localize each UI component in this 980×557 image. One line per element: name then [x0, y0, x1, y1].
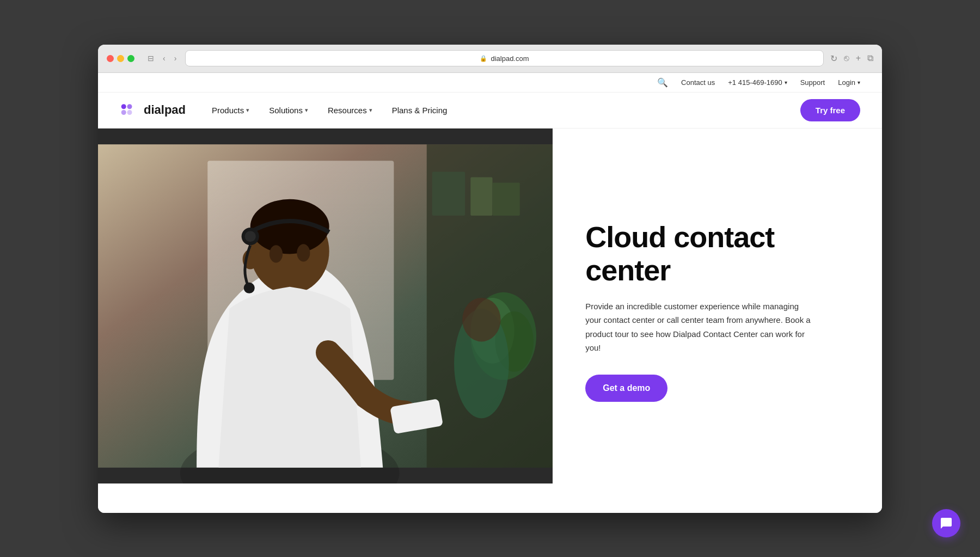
phone-chevron-icon: ▾: [785, 79, 787, 85]
support-link[interactable]: Support: [800, 78, 825, 87]
chat-icon: [940, 517, 953, 530]
hero-description: Provide an incredible customer experienc…: [585, 299, 814, 355]
logo-area[interactable]: dialpad: [120, 102, 186, 118]
contact-us-link[interactable]: Contact us: [681, 78, 715, 87]
nav-plans-pricing[interactable]: Plans & Pricing: [383, 101, 456, 119]
svg-point-17: [270, 245, 283, 262]
back-icon[interactable]: ‹: [161, 52, 168, 65]
svg-point-21: [245, 231, 256, 242]
main-nav: dialpad Products ▾ Solutions ▾ Resources…: [98, 93, 882, 128]
phone-number-link[interactable]: +1 415-469-1690 ▾: [728, 78, 787, 87]
login-chevron-icon: ▾: [857, 79, 860, 85]
svg-point-0: [121, 104, 126, 109]
browser-controls: ⊟ ‹ ›: [145, 52, 179, 65]
products-chevron-icon: ▾: [246, 107, 249, 114]
lock-icon: 🔒: [480, 55, 487, 62]
svg-point-2: [121, 110, 126, 115]
browser-titlebar: ⊟ ‹ › 🔒 dialpad.com ↻ ⎋ + ⧉: [98, 45, 882, 73]
hero-image-area: [98, 128, 553, 483]
svg-rect-7: [432, 172, 465, 216]
svg-point-18: [297, 244, 310, 261]
hero-section: Cloud contact center Provide an incredib…: [98, 128, 882, 483]
search-icon[interactable]: 🔍: [657, 77, 668, 88]
login-link[interactable]: Login ▾: [838, 78, 860, 87]
chat-widget-button[interactable]: [932, 509, 960, 537]
try-free-button[interactable]: Try free: [800, 99, 860, 121]
hero-image: [98, 128, 553, 483]
close-button[interactable]: [107, 55, 114, 62]
maximize-button[interactable]: [127, 55, 134, 62]
svg-point-3: [127, 110, 132, 115]
nav-products[interactable]: Products ▾: [203, 101, 258, 119]
utility-bar: 🔍 Contact us +1 415-469-1690 ▾ Support L…: [98, 73, 882, 93]
new-tab-icon[interactable]: +: [856, 53, 861, 64]
logo-text: dialpad: [144, 103, 186, 117]
traffic-lights: [107, 55, 134, 62]
refresh-icon[interactable]: ↻: [830, 53, 837, 64]
forward-icon[interactable]: ›: [172, 52, 179, 65]
svg-point-22: [244, 282, 255, 293]
url-text: dialpad.com: [491, 54, 529, 63]
sidebar-toggle-icon[interactable]: ⊟: [145, 52, 156, 65]
website-content: 🔍 Contact us +1 415-469-1690 ▾ Support L…: [98, 73, 882, 513]
hero-content: Cloud contact center Provide an incredib…: [553, 128, 882, 483]
solutions-chevron-icon: ▾: [305, 107, 308, 114]
get-demo-button[interactable]: Get a demo: [585, 375, 667, 402]
nav-solutions[interactable]: Solutions ▾: [260, 101, 317, 119]
nav-resources[interactable]: Resources ▾: [319, 101, 381, 119]
browser-window: ⊟ ‹ › 🔒 dialpad.com ↻ ⎋ + ⧉ 🔍 Contact us…: [98, 45, 882, 513]
address-bar[interactable]: 🔒 dialpad.com: [185, 50, 823, 66]
dialpad-logo-icon: [120, 102, 139, 118]
share-icon[interactable]: ⎋: [844, 53, 849, 64]
browser-actions: ↻ ⎋ + ⧉: [830, 53, 873, 64]
svg-rect-8: [470, 177, 492, 215]
svg-rect-9: [493, 182, 520, 215]
resources-chevron-icon: ▾: [369, 107, 372, 114]
hero-title: Cloud contact center: [585, 221, 849, 286]
svg-point-1: [127, 104, 132, 109]
tabs-icon[interactable]: ⧉: [867, 53, 873, 64]
nav-items: Products ▾ Solutions ▾ Resources ▾ Plans…: [203, 101, 796, 119]
svg-point-25: [462, 297, 500, 341]
minimize-button[interactable]: [117, 55, 124, 62]
